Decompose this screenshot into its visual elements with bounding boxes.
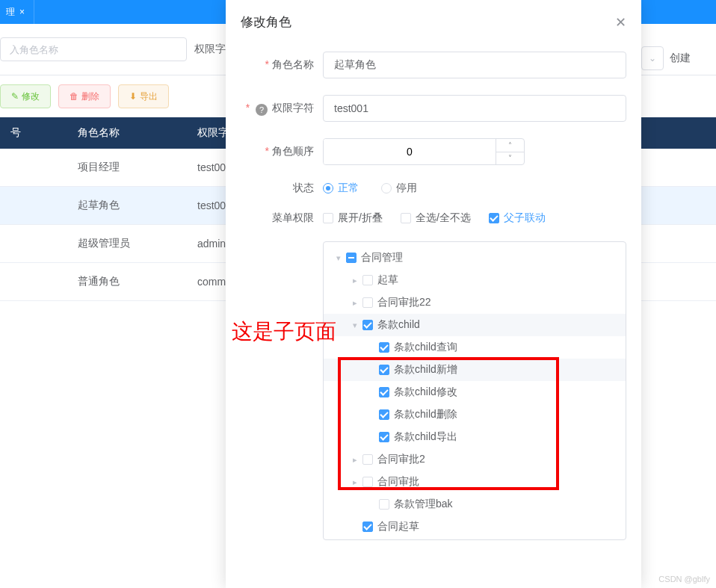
tree-label: 起草 [377, 273, 398, 287]
tree-checkbox[interactable] [379, 409, 389, 420]
row-permkey: ? 权限字符 [241, 95, 626, 122]
tree-label: 条款child [377, 318, 420, 332]
dropdown-arrow-icon[interactable]: ⌄ [641, 46, 664, 70]
tree-label: 条款child导出 [394, 430, 457, 444]
tree-node[interactable]: 条款child修改 [324, 381, 626, 403]
tree-node[interactable]: ▾条款child [324, 314, 626, 336]
permkey-input[interactable] [323, 95, 626, 122]
delete-label: 删除 [81, 90, 99, 103]
export-label: 导出 [140, 90, 158, 103]
tree-label: 条款child修改 [394, 386, 457, 399]
radio-normal[interactable]: 正常 [323, 182, 359, 195]
rolename-input[interactable] [323, 52, 626, 78]
tree-checkbox[interactable] [362, 275, 373, 285]
tree-checkbox[interactable] [379, 432, 389, 442]
tree-node[interactable]: ▸合同审批22 [324, 291, 626, 314]
tree-checkbox[interactable] [362, 297, 373, 308]
label-rolename: 角色名称 [241, 58, 323, 72]
tree-label: 条款child新增 [394, 363, 457, 377]
tree-node[interactable]: 指标查询 [324, 538, 626, 540]
tree-checkbox[interactable] [362, 320, 373, 330]
col-id: 号 [0, 117, 67, 149]
checkbox-link[interactable]: 父子联动 [489, 211, 546, 225]
edit-label: 修改 [22, 90, 40, 103]
permission-tree[interactable]: ▾合同管理▸起草▸合同审批22▾条款child条款child查询条款child新… [323, 241, 626, 540]
create-label: 创建 [670, 52, 691, 65]
tree-checkbox[interactable] [379, 342, 389, 353]
rolename-search-input[interactable] [0, 37, 187, 61]
checkbox-select-all[interactable]: 全选/全不选 [401, 211, 471, 225]
tree-label: 条款child删除 [394, 408, 457, 421]
cell-name: 超级管理员 [67, 225, 187, 263]
order-input[interactable] [324, 139, 496, 164]
tree-label: 合同起草 [377, 520, 419, 533]
tree-label: 合同审批 [377, 475, 419, 489]
status-radio-group: 正常 停用 [323, 182, 417, 195]
tab-close-icon[interactable]: × [19, 7, 25, 17]
row-tree: ▾合同管理▸起草▸合同审批22▾条款child条款child查询条款child新… [241, 241, 626, 540]
stepper-up-icon[interactable]: ˄ [496, 139, 524, 152]
delete-button[interactable]: 🗑 删除 [58, 84, 111, 108]
caret-icon[interactable]: ▸ [348, 298, 362, 308]
tree-node[interactable]: 条款child查询 [324, 336, 626, 359]
label-permkey: ? 权限字符 [241, 102, 323, 116]
modal-body: 角色名称 ? 权限字符 角色顺序 ˄ ˅ 状态 [226, 44, 641, 572]
cell-id [0, 187, 67, 225]
right-controls: ⌄ 创建 [641, 36, 716, 81]
annotation-text: 这是子页面 [232, 318, 336, 346]
edit-role-modal: 修改角色 ✕ 角色名称 ? 权限字符 角色顺序 ˄ ˅ [226, 0, 641, 588]
tree-checkbox[interactable] [379, 365, 389, 375]
row-menu-opts: 菜单权限 展开/折叠 全选/全不选 父子联动 [241, 211, 626, 225]
close-icon[interactable]: ✕ [615, 14, 626, 31]
tree-label: 条款child查询 [394, 341, 457, 354]
radio-disabled[interactable]: 停用 [381, 182, 417, 195]
tree-node[interactable]: 合同起草 [324, 516, 626, 538]
help-icon[interactable]: ? [256, 104, 268, 116]
order-stepper[interactable]: ˄ ˅ [323, 138, 525, 165]
tree-checkbox[interactable] [362, 522, 373, 532]
cell-name: 项目经理 [67, 149, 187, 187]
tree-node[interactable]: 条款child删除 [324, 403, 626, 426]
tree-checkbox[interactable] [379, 387, 389, 397]
tree-checkbox[interactable] [362, 454, 373, 465]
caret-icon[interactable]: ▸ [348, 276, 362, 285]
edit-button[interactable]: ✎ 修改 [0, 84, 51, 108]
tree-node[interactable]: ▸起草 [324, 269, 626, 291]
tree-checkbox[interactable] [362, 477, 373, 487]
caret-icon[interactable]: ▾ [331, 253, 346, 263]
cell-id [0, 225, 67, 263]
modal-header: 修改角色 ✕ [226, 0, 641, 44]
row-rolename: 角色名称 [241, 52, 626, 78]
tree-node[interactable]: ▾合同管理 [324, 247, 626, 269]
stepper-buttons: ˄ ˅ [496, 139, 524, 164]
tree-node[interactable]: ▸合同审批2 [324, 448, 626, 471]
row-status: 状态 正常 停用 [241, 182, 626, 195]
tree-node[interactable]: 条款child导出 [324, 426, 626, 448]
tree-node[interactable]: ▸合同审批 [324, 471, 626, 493]
label-order: 角色顺序 [241, 145, 323, 158]
delete-icon: 🗑 [70, 91, 78, 102]
stepper-down-icon[interactable]: ˅ [496, 152, 524, 165]
tree-node[interactable]: 条款child新增 [324, 359, 626, 381]
checkbox-icon [401, 213, 411, 223]
checkbox-icon [489, 213, 499, 223]
export-button[interactable]: ⬇ 导出 [118, 84, 169, 108]
row-order: 角色顺序 ˄ ˅ [241, 138, 626, 165]
radio-dot-icon [323, 183, 333, 194]
cell-name: 起草角色 [67, 187, 187, 225]
caret-icon[interactable]: ▸ [348, 455, 362, 465]
checkbox-icon [323, 213, 333, 223]
tab-item[interactable]: 理 × [0, 0, 34, 24]
caret-icon[interactable]: ▸ [348, 477, 362, 487]
tree-checkbox[interactable] [346, 253, 357, 263]
tree-node[interactable]: 条款管理bak [324, 493, 626, 516]
checkbox-expand[interactable]: 展开/折叠 [323, 211, 383, 225]
tree-label: 合同管理 [361, 251, 403, 264]
edit-icon: ✎ [11, 91, 19, 102]
caret-icon[interactable]: ▾ [348, 321, 362, 330]
cell-name: 普通角色 [67, 263, 187, 301]
tree-checkbox[interactable] [379, 499, 389, 510]
cell-id [0, 149, 67, 187]
label-status: 状态 [241, 182, 323, 195]
tree-label: 合同审批22 [377, 296, 431, 309]
